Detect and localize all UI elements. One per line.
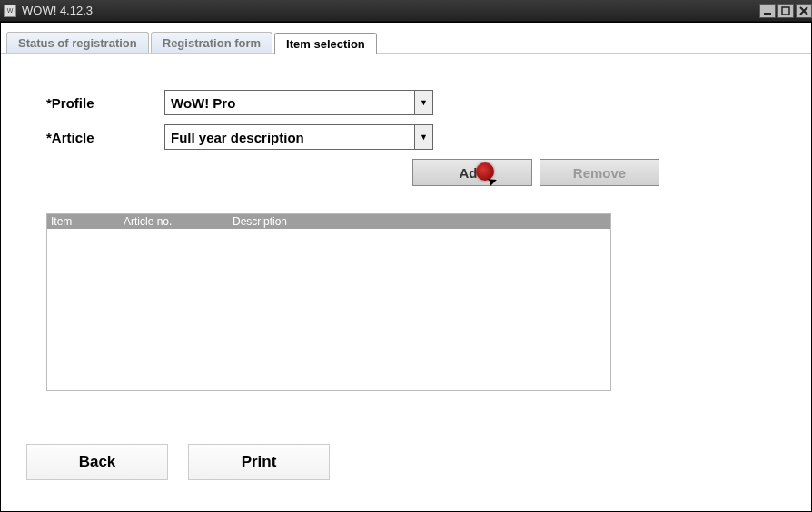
tab-bar: Status of registration Registration form… [1, 32, 811, 54]
window-title: WOW! 4.12.3 [22, 4, 758, 17]
col-header-article-no: Article no. [122, 215, 231, 228]
col-header-description: Description [231, 215, 610, 228]
add-remove-row: Add Remove ➤ [412, 159, 811, 186]
profile-dropdown-button[interactable]: ▼ [414, 91, 432, 114]
article-combobox[interactable]: Full year description ▼ [164, 124, 433, 150]
profile-label: *Profile [46, 95, 164, 111]
article-dropdown-button[interactable]: ▼ [414, 125, 432, 149]
close-icon [799, 6, 808, 15]
tab-item-selection[interactable]: Item selection [274, 33, 377, 54]
form-area: *Profile WoW! Pro ▼ *Article Full year d… [1, 54, 811, 150]
chevron-down-icon: ▼ [420, 133, 428, 142]
profile-combobox[interactable]: WoW! Pro ▼ [164, 90, 433, 115]
svg-rect-1 [782, 7, 789, 15]
chevron-down-icon: ▼ [420, 98, 428, 107]
profile-value: WoW! Pro [165, 95, 414, 111]
row-article: *Article Full year description ▼ [46, 124, 811, 150]
article-value: Full year description [165, 130, 414, 145]
article-label: *Article [46, 130, 164, 145]
close-button[interactable] [796, 4, 812, 18]
minimize-button[interactable] [759, 4, 776, 18]
footer-buttons: Back Print [26, 444, 811, 480]
maximize-icon [781, 6, 790, 15]
app-icon: W [4, 5, 16, 17]
window-buttons [758, 4, 812, 18]
back-button[interactable]: Back [26, 444, 168, 480]
client-area: Status of registration Registration form… [0, 22, 812, 512]
tab-status-of-registration[interactable]: Status of registration [6, 32, 149, 53]
titlebar: W WOW! 4.12.3 [0, 0, 812, 22]
add-button[interactable]: Add [412, 159, 532, 186]
items-table-header: Item Article no. Description [47, 214, 610, 229]
maximize-button[interactable] [777, 4, 794, 18]
items-table: Item Article no. Description [46, 213, 611, 391]
remove-button[interactable]: Remove [540, 159, 659, 186]
print-button[interactable]: Print [188, 444, 330, 480]
col-header-item: Item [47, 215, 122, 228]
row-profile: *Profile WoW! Pro ▼ [46, 90, 811, 115]
tab-registration-form[interactable]: Registration form [151, 32, 272, 53]
minimize-icon [763, 6, 772, 15]
